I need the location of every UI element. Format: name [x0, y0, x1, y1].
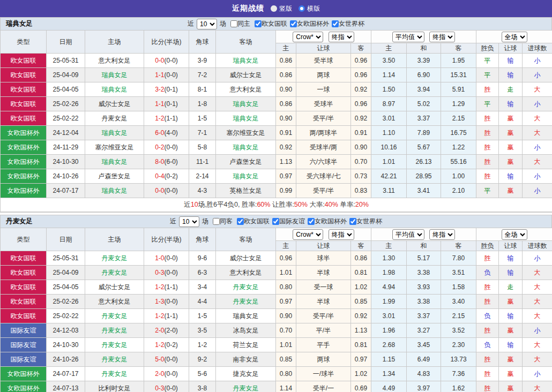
- handicap-away-odds: 1.13: [351, 323, 371, 338]
- match-score: 2-0(2-0): [144, 323, 189, 338]
- league-checkbox-label[interactable]: 女欧国杯外: [308, 217, 347, 226]
- handicap-line: 受球半/两: [296, 140, 351, 155]
- crow-select[interactable]: Crow*: [293, 229, 323, 240]
- match-date: 24-12-04: [47, 126, 85, 140]
- match-score: 1-2(1-1): [144, 111, 189, 126]
- away-team: 南非女足: [216, 352, 276, 367]
- average-select[interactable]: 平均值: [392, 229, 424, 240]
- fulltime-score: 1-2: [155, 341, 164, 349]
- result-winlose: 负: [476, 309, 499, 323]
- match-type-badge: 欧女国联: [1, 266, 47, 280]
- match-date: 25-04-05: [47, 280, 85, 295]
- handicap-home-odds: 0.85: [276, 352, 296, 367]
- home-team: 塞尔维亚女足: [85, 140, 144, 155]
- league-checkbox-label[interactable]: 欧女国联: [255, 19, 287, 28]
- result-winlose: 胜: [476, 251, 499, 266]
- radio-vertical-layout[interactable]: 竖版: [271, 4, 292, 13]
- away-team: 丹麦女足: [216, 295, 276, 309]
- crow-select[interactable]: Crow*: [293, 32, 323, 42]
- league-checkbox[interactable]: [332, 20, 339, 27]
- match-row: 女欧国杯外 24-07-17 瑞典女足 0-0(0-0) 4-3 英格兰女足 0…: [1, 184, 552, 198]
- handicap-away-odds: 0.69: [351, 381, 371, 392]
- home-team: 瑞典女足: [85, 68, 144, 82]
- match-date: 24-07-17: [47, 367, 85, 381]
- league-checkbox[interactable]: [255, 20, 262, 27]
- away-team: 威尔士女足: [216, 251, 276, 266]
- avg-home-odds: 3.01: [371, 111, 407, 126]
- away-team: 丹麦女足: [216, 280, 276, 295]
- final-index-select[interactable]: 终指: [329, 229, 354, 240]
- league-checkbox-label[interactable]: 女世界杯: [332, 19, 364, 28]
- radio-horizontal-layout[interactable]: 横版: [299, 4, 320, 13]
- match-date: 25-05-31: [47, 251, 85, 266]
- fullmatch-group-header: 全场: [476, 228, 552, 241]
- subcol-avg-draw: 和: [407, 241, 441, 251]
- league-checkbox-label[interactable]: 女世界杯: [349, 217, 382, 226]
- same-venue-checkbox[interactable]: [230, 20, 237, 27]
- league-checkbox[interactable]: [237, 218, 244, 225]
- final-index-select-2[interactable]: 终指: [429, 32, 455, 42]
- match-row: 欧女国联 25-02-22 丹麦女足 1-2(1-1) 1-5 瑞典女足 0.9…: [1, 309, 552, 323]
- average-select[interactable]: 平均值: [392, 32, 424, 42]
- halftime-score: (0-0): [165, 187, 178, 194]
- match-type-badge: 欧女国联: [1, 280, 47, 295]
- sections-container: 瑞典女足 近 10 场 同主 欧女国联女欧国杯外女世界杯: [0, 17, 552, 392]
- avg-away-odds: 7.80: [441, 251, 476, 266]
- league-checkbox[interactable]: [272, 218, 279, 225]
- league-checkbox[interactable]: [290, 20, 297, 27]
- match-row: 欧女国联 25-04-05 瑞典女足 3-2(0-1) 8-1 意大利女足 0.…: [1, 82, 552, 97]
- handicap-line: 平手: [296, 338, 351, 352]
- same-venue-checkbox[interactable]: [213, 218, 220, 225]
- league-checkbox-label[interactable]: 欧女国联: [237, 217, 270, 226]
- halftime-score: (0-0): [165, 144, 178, 151]
- near-label: 近: [188, 19, 194, 28]
- handicap-home-odds: 1.01: [276, 266, 296, 280]
- league-checkbox-text: 女欧国杯外: [297, 19, 329, 28]
- match-date: 25-02-22: [47, 111, 85, 126]
- subcol-handicap-line: 让球: [296, 43, 351, 54]
- same-venue-checkbox-label[interactable]: 同客: [213, 217, 233, 226]
- league-checkbox-text: 女欧国杯外: [315, 217, 347, 226]
- halftime-score: (6-0): [165, 158, 178, 165]
- summary-segment: 60%: [257, 201, 270, 208]
- near-count-select[interactable]: 10: [179, 216, 199, 227]
- handicap-group-header: Crow* 终指: [276, 228, 371, 241]
- match-score: 0-2(0-0): [144, 140, 189, 155]
- league-checkbox[interactable]: [349, 218, 356, 225]
- subcol-handicap-away: 客: [351, 241, 371, 251]
- handicap-line: 平/半: [296, 323, 351, 338]
- avg-away-odds: 13.73: [441, 352, 476, 367]
- avg-away-odds: 1.22: [441, 140, 476, 155]
- result-handicap: 输: [499, 309, 523, 323]
- match-row: 国际友谊 24-10-26 丹麦女足 5-0(0-0) 9-2 南非女足 0.8…: [1, 352, 552, 367]
- result-handicap: 输: [499, 54, 523, 68]
- full-match-select[interactable]: 全场: [502, 229, 527, 240]
- home-team: 丹麦女足: [85, 338, 144, 352]
- home-team: 卢森堡女足: [85, 169, 144, 184]
- average-group-header: 平均值 终指: [371, 31, 476, 43]
- handicap-away-odds: 0.91: [351, 126, 371, 140]
- final-index-select-2[interactable]: 终指: [429, 229, 455, 240]
- league-checkbox[interactable]: [308, 218, 315, 225]
- match-score: 0-4(0-2): [144, 169, 189, 184]
- avg-away-odds: 2.15: [441, 309, 476, 323]
- league-checkbox-label[interactable]: 女欧国杯外: [290, 19, 329, 28]
- summary-segment: 10: [191, 201, 198, 208]
- handicap-home-odds: 0.90: [276, 309, 296, 323]
- subcol-avg-draw: 和: [407, 43, 441, 54]
- match-date: 25-04-05: [47, 82, 85, 97]
- near-count-select[interactable]: 10: [197, 19, 217, 29]
- avg-home-odds: 1.99: [371, 295, 407, 309]
- matches-unit-label: 场: [202, 217, 208, 226]
- home-team: 意大利女足: [85, 54, 144, 68]
- home-team: 丹麦女足: [85, 367, 144, 381]
- corner-score: 5-8: [189, 140, 216, 155]
- league-checkbox-label[interactable]: 国际友谊: [272, 217, 305, 226]
- fulltime-score: 1-1: [155, 71, 164, 79]
- full-match-select[interactable]: 全场: [502, 32, 527, 42]
- same-venue-checkbox-label[interactable]: 同主: [230, 19, 250, 28]
- halftime-score: (0-2): [165, 341, 178, 349]
- match-row: 欧女国联 25-04-09 丹麦女足 0-3(0-0) 6-3 意大利女足 1.…: [1, 266, 552, 280]
- match-type-badge: 国际友谊: [1, 338, 47, 352]
- final-index-select[interactable]: 终指: [329, 32, 354, 42]
